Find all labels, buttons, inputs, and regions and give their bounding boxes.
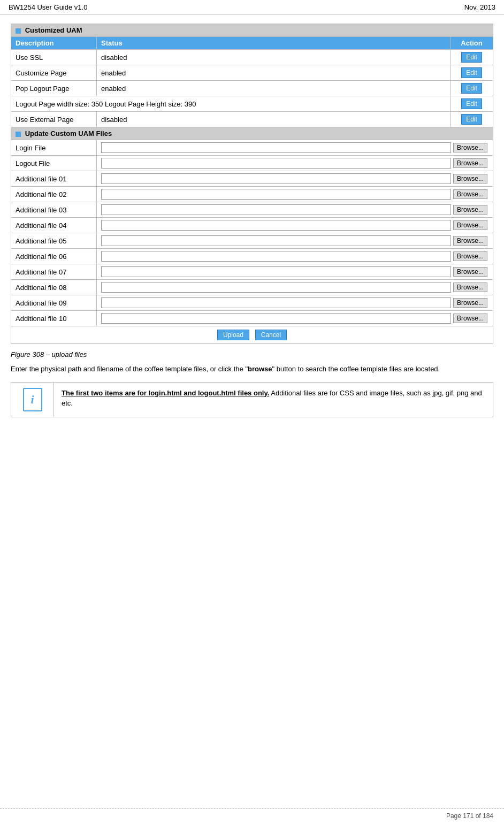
file-input-cell: Browse... bbox=[97, 202, 493, 218]
row-status: disabled bbox=[97, 112, 450, 127]
file-label: Additional file 07 bbox=[11, 264, 97, 280]
upload-button[interactable]: Upload bbox=[217, 330, 249, 340]
file-input-cell: Browse... bbox=[97, 171, 493, 187]
figure-caption: Figure 308 – upload files bbox=[11, 350, 493, 358]
row-status: disabled bbox=[97, 50, 450, 65]
col-description-header: Description bbox=[11, 37, 97, 50]
file-label: Additional file 01 bbox=[11, 171, 97, 187]
body-paragraph: Enter the physical path and filename of … bbox=[11, 364, 493, 375]
row-description: Use SSL bbox=[11, 50, 97, 65]
table-row: Additional file 03 Browse... bbox=[11, 202, 493, 218]
file-input-cell: Browse... bbox=[97, 264, 493, 280]
browse-button[interactable]: Browse... bbox=[453, 158, 487, 168]
file-label: Additional file 03 bbox=[11, 202, 97, 218]
page-header: BW1254 User Guide v1.0 Nov. 2013 bbox=[0, 0, 504, 15]
update-files-header-row: Update Custom UAM Files bbox=[11, 127, 493, 140]
table-row: Additional file 01 Browse... bbox=[11, 171, 493, 187]
file-text-input[interactable] bbox=[101, 235, 451, 246]
file-text-input[interactable] bbox=[101, 204, 451, 215]
page-content: Customized UAM Description Status Action… bbox=[0, 15, 504, 434]
table-row: Additional file 09 Browse... bbox=[11, 295, 493, 311]
file-input-cell: Browse... bbox=[97, 218, 493, 233]
table-row: Use External Page disabled Edit bbox=[11, 112, 493, 127]
row-action: Edit bbox=[450, 96, 493, 112]
file-label: Additional file 02 bbox=[11, 187, 97, 202]
table-row: Logout Page width size: 350 Logout Page … bbox=[11, 96, 493, 112]
file-input-cell: Browse... bbox=[97, 249, 493, 264]
file-label: Logout File bbox=[11, 156, 97, 171]
file-text-input[interactable] bbox=[101, 282, 451, 293]
row-action: Edit bbox=[450, 81, 493, 96]
browse-button[interactable]: Browse... bbox=[453, 298, 487, 308]
table-row: Use SSL disabled Edit bbox=[11, 50, 493, 65]
file-text-input[interactable] bbox=[101, 220, 451, 231]
table-row: Additional file 04 Browse... bbox=[11, 218, 493, 233]
browse-button[interactable]: Browse... bbox=[453, 220, 487, 230]
table-row: Additional file 07 Browse... bbox=[11, 264, 493, 280]
file-input-cell: Browse... bbox=[97, 140, 493, 156]
row-description-wide: Logout Page width size: 350 Logout Page … bbox=[11, 96, 450, 112]
file-text-input[interactable] bbox=[101, 297, 451, 308]
actions-cell: Upload Cancel bbox=[11, 326, 493, 344]
doc-title: BW1254 User Guide v1.0 bbox=[9, 3, 87, 11]
page-number: Page 171 of 184 bbox=[446, 812, 493, 820]
file-text-input[interactable] bbox=[101, 142, 451, 153]
file-text-input[interactable] bbox=[101, 158, 451, 169]
info-icon: i bbox=[23, 388, 42, 411]
update-files-section-header: Update Custom UAM Files bbox=[11, 127, 493, 140]
browse-button[interactable]: Browse... bbox=[453, 251, 487, 261]
row-description: Pop Logout Page bbox=[11, 81, 97, 96]
note-box: i The first two items are for login.html… bbox=[11, 382, 493, 417]
browse-button[interactable]: Browse... bbox=[453, 174, 487, 184]
edit-button[interactable]: Edit bbox=[461, 67, 482, 78]
table-row: Logout File Browse... bbox=[11, 156, 493, 171]
col-status-header: Status bbox=[97, 37, 450, 50]
file-label: Additional file 09 bbox=[11, 295, 97, 311]
row-status: enabled bbox=[97, 65, 450, 81]
row-description: Customize Page bbox=[11, 65, 97, 81]
col-action-header: Action bbox=[450, 37, 493, 50]
cancel-button[interactable]: Cancel bbox=[255, 330, 287, 340]
table-row: Login File Browse... bbox=[11, 140, 493, 156]
file-input-cell: Browse... bbox=[97, 233, 493, 249]
main-table: Customized UAM Description Status Action… bbox=[11, 24, 493, 344]
browse-button[interactable]: Browse... bbox=[453, 205, 487, 215]
file-text-input[interactable] bbox=[101, 173, 451, 184]
edit-button[interactable]: Edit bbox=[461, 114, 482, 125]
file-input-cell: Browse... bbox=[97, 311, 493, 326]
browse-button[interactable]: Browse... bbox=[453, 314, 487, 323]
edit-button[interactable]: Edit bbox=[461, 98, 482, 109]
file-text-input[interactable] bbox=[101, 313, 451, 324]
note-text-content: The first two items are for login.html a… bbox=[54, 383, 493, 417]
table-row: Customize Page enabled Edit bbox=[11, 65, 493, 81]
note-underline-text: The first two items are for login.html a… bbox=[62, 389, 269, 397]
file-text-input[interactable] bbox=[101, 251, 451, 262]
table-row: Additional file 08 Browse... bbox=[11, 280, 493, 295]
column-headers-row: Description Status Action bbox=[11, 37, 493, 50]
update-files-title: Update Custom UAM Files bbox=[25, 129, 112, 138]
edit-button[interactable]: Edit bbox=[461, 52, 482, 63]
table-row: Pop Logout Page enabled Edit bbox=[11, 81, 493, 96]
bold-browse: browse bbox=[248, 365, 272, 373]
file-text-input[interactable] bbox=[101, 189, 451, 200]
page-footer: Page 171 of 184 bbox=[0, 808, 504, 820]
file-label: Additional file 04 bbox=[11, 218, 97, 233]
customized-uam-section-header: Customized UAM bbox=[11, 24, 493, 37]
doc-date: Nov. 2013 bbox=[464, 3, 495, 11]
browse-button[interactable]: Browse... bbox=[453, 143, 487, 152]
browse-button[interactable]: Browse... bbox=[453, 282, 487, 292]
file-text-input[interactable] bbox=[101, 266, 451, 277]
note-icon-container: i bbox=[11, 383, 54, 417]
edit-button[interactable]: Edit bbox=[461, 83, 482, 94]
table-row: Additional file 10 Browse... bbox=[11, 311, 493, 326]
table-row: Additional file 06 Browse... bbox=[11, 249, 493, 264]
section-icon bbox=[16, 132, 21, 137]
browse-button[interactable]: Browse... bbox=[453, 267, 487, 277]
browse-button[interactable]: Browse... bbox=[453, 189, 487, 199]
file-input-cell: Browse... bbox=[97, 280, 493, 295]
row-action: Edit bbox=[450, 50, 493, 65]
browse-button[interactable]: Browse... bbox=[453, 236, 487, 246]
file-label: Additional file 10 bbox=[11, 311, 97, 326]
row-action: Edit bbox=[450, 112, 493, 127]
table-row: Additional file 02 Browse... bbox=[11, 187, 493, 202]
